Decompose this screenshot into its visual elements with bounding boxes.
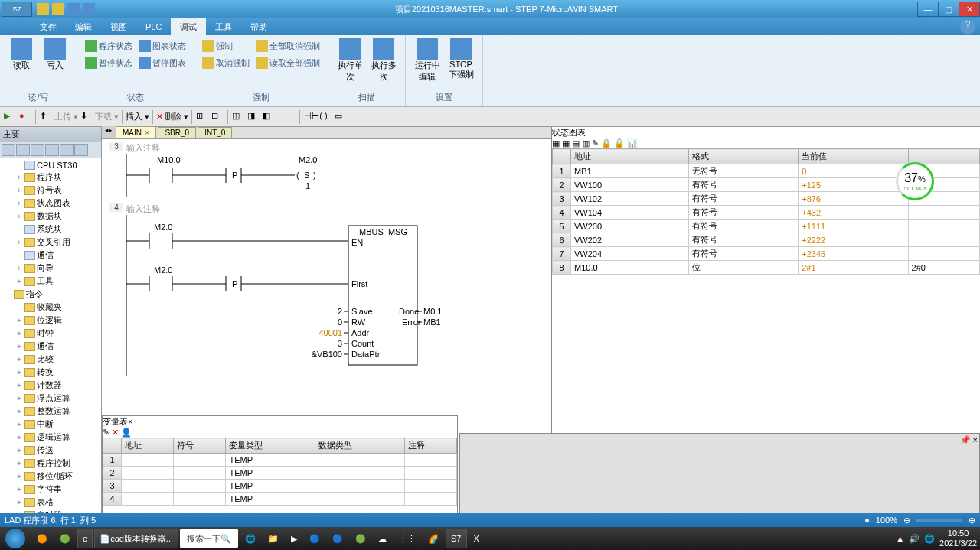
download-icon[interactable]: ⬇ bbox=[80, 110, 93, 124]
tool-icon[interactable]: ⊞ bbox=[195, 110, 209, 124]
tree-node[interactable]: +表格 bbox=[2, 496, 100, 509]
tool-icon[interactable]: ▥ bbox=[582, 138, 590, 148]
maximize-button[interactable]: ▢ bbox=[938, 2, 959, 17]
close-icon[interactable]: × bbox=[128, 417, 132, 426]
tree-node[interactable]: +中断 bbox=[2, 418, 100, 431]
tree-node[interactable]: 收藏夹 bbox=[2, 301, 100, 314]
ribbon-强制[interactable]: 强制 bbox=[201, 38, 251, 54]
ribbon-读取全部强制[interactable]: 读取全部强制 bbox=[254, 55, 322, 70]
ribbon-取消强制[interactable]: 取消强制 bbox=[201, 55, 251, 70]
tree-node[interactable]: +交叉引用 bbox=[2, 236, 100, 249]
system-tray[interactable]: ▲ 🔊 🌐 10:502021/3/22 bbox=[896, 529, 980, 548]
tree-node[interactable]: +移位/循环 bbox=[2, 470, 100, 483]
taskbar-ie[interactable]: e bbox=[77, 529, 93, 548]
new-icon[interactable] bbox=[37, 3, 49, 15]
lock-icon[interactable]: 🔒 bbox=[601, 138, 612, 148]
tray-icon[interactable]: ▲ bbox=[896, 534, 904, 543]
zoom-slider[interactable] bbox=[916, 519, 962, 522]
block-icon[interactable]: ▭ bbox=[334, 110, 348, 124]
pencil-icon[interactable]: ✎ bbox=[592, 138, 599, 148]
tree-tool-icon[interactable] bbox=[31, 144, 44, 156]
menu-plc[interactable]: PLC bbox=[136, 19, 171, 34]
tree-node[interactable]: +整数运算 bbox=[2, 405, 100, 418]
taskbar-excel-icon[interactable]: X bbox=[469, 529, 485, 548]
tab-SBR_0[interactable]: SBR_0 bbox=[158, 127, 196, 138]
tree-node[interactable]: −指令 bbox=[2, 288, 100, 301]
zoom-level[interactable]: 100% bbox=[876, 516, 897, 525]
tree-node[interactable]: +浮点运算 bbox=[2, 392, 100, 405]
pin-icon[interactable]: 📌 bbox=[960, 435, 971, 444]
search-box[interactable]: 搜索一下 🔍 bbox=[180, 529, 238, 548]
menu-file[interactable]: 文件 bbox=[31, 18, 66, 36]
tool-icon[interactable]: ⊟ bbox=[211, 110, 224, 124]
taskbar-step7-icon[interactable]: S7 bbox=[446, 529, 466, 548]
taskbar-app-icon[interactable]: 🔵 bbox=[304, 529, 325, 548]
taskbar-app-icon[interactable]: 🔵 bbox=[327, 529, 348, 548]
tree-node[interactable]: +符号表 bbox=[2, 184, 100, 197]
app-logo[interactable]: S7 bbox=[2, 2, 32, 17]
tool-icon[interactable]: ▦ bbox=[552, 138, 560, 148]
tray-icon[interactable]: 🔊 bbox=[909, 534, 920, 544]
ribbon-读取[interactable]: 读取 bbox=[6, 38, 37, 71]
tree-node[interactable]: +数据块 bbox=[2, 210, 100, 223]
menu-help[interactable]: 帮助 bbox=[241, 18, 276, 36]
taskbar-icon[interactable]: 🟠 bbox=[31, 529, 53, 548]
taskbar-chrome-icon[interactable]: 🌈 bbox=[423, 529, 444, 548]
ribbon-运行中编辑[interactable]: 运行中编辑 bbox=[412, 38, 443, 83]
save-icon[interactable] bbox=[67, 3, 80, 15]
menu-view[interactable]: 视图 bbox=[101, 18, 136, 36]
tab-close-icon[interactable]: × bbox=[145, 128, 149, 137]
tool-icon[interactable]: ✎ bbox=[103, 428, 109, 437]
print-icon[interactable] bbox=[83, 3, 95, 15]
tree-node[interactable]: +字符串 bbox=[2, 483, 100, 496]
tool-icon[interactable]: ◫ bbox=[231, 110, 245, 124]
ribbon-暂停状态[interactable]: 暂停状态 bbox=[83, 55, 134, 70]
zoom-in-icon[interactable]: ⊕ bbox=[969, 516, 975, 526]
taskbar-app-icon[interactable]: ☁ bbox=[373, 529, 392, 548]
tool-icon[interactable]: ▤ bbox=[572, 138, 580, 148]
taskbar-app-icon[interactable]: 🟢 bbox=[350, 529, 371, 548]
tool-icon[interactable]: ◨ bbox=[247, 110, 260, 124]
tool-icon[interactable]: 👤 bbox=[121, 428, 132, 437]
lock-icon[interactable]: 🔓 bbox=[614, 138, 625, 148]
tree-node[interactable]: +通信 bbox=[2, 340, 100, 353]
help-icon[interactable]: ? bbox=[960, 19, 975, 34]
tree-tool-icon[interactable] bbox=[45, 144, 59, 156]
tree-node[interactable]: +转换 bbox=[2, 366, 100, 379]
tree-node[interactable]: +向导 bbox=[2, 262, 100, 275]
tree-tool-icon[interactable] bbox=[74, 144, 88, 156]
menu-tools[interactable]: 工具 bbox=[206, 18, 241, 36]
menu-edit[interactable]: 编辑 bbox=[66, 18, 101, 36]
tree-node[interactable]: +工具 bbox=[2, 275, 100, 288]
ribbon-程序状态[interactable]: 程序状态 bbox=[83, 38, 134, 54]
insert-button[interactable]: 插入 ▾ bbox=[126, 111, 149, 122]
tree-node[interactable]: +程序控制 bbox=[2, 457, 100, 470]
ribbon-图表状态[interactable]: 图表状态 bbox=[137, 38, 188, 54]
taskbar-app-icon[interactable]: ▶ bbox=[286, 529, 302, 548]
delete-icon[interactable]: ✕ bbox=[112, 428, 119, 437]
tree-node[interactable]: +逻辑运算 bbox=[2, 431, 100, 444]
close-icon[interactable]: × bbox=[973, 435, 978, 444]
tree-node[interactable]: +位逻辑 bbox=[2, 314, 100, 327]
tree-tool-icon[interactable] bbox=[60, 144, 74, 156]
taskbar-ie-icon[interactable]: 🌐 bbox=[240, 529, 261, 548]
tree-node[interactable]: +程序块 bbox=[2, 171, 100, 184]
tree-node[interactable]: +计数器 bbox=[2, 379, 100, 392]
upload-icon[interactable]: ⬆ bbox=[39, 110, 53, 124]
tray-icon[interactable]: 🌐 bbox=[924, 534, 935, 544]
ribbon-执行单次[interactable]: 执行单次 bbox=[335, 38, 365, 83]
tree-node[interactable]: +传送 bbox=[2, 444, 100, 457]
taskbar-icon[interactable]: 🟢 bbox=[54, 529, 76, 548]
ribbon-全部取消强制[interactable]: 全部取消强制 bbox=[254, 38, 322, 54]
tree-node[interactable]: +比较 bbox=[2, 353, 100, 366]
tree-node[interactable]: +状态图表 bbox=[2, 197, 100, 210]
taskbar-explorer-icon[interactable]: 📁 bbox=[263, 529, 284, 548]
project-tree[interactable]: CPU ST30+程序块+符号表+状态图表+数据块系统块+交叉引用通信+向导+工… bbox=[0, 158, 101, 513]
tool-icon[interactable]: ▦ bbox=[562, 138, 570, 148]
ribbon-STOP 下强制[interactable]: STOP 下强制 bbox=[446, 38, 476, 80]
tree-node[interactable]: +时钟 bbox=[2, 327, 100, 340]
minimize-button[interactable]: — bbox=[917, 2, 939, 17]
ribbon-暂停图表[interactable]: 暂停图表 bbox=[137, 55, 188, 70]
taskbar-clock[interactable]: 10:502021/3/22 bbox=[939, 529, 977, 548]
contact-icon[interactable]: ⊣⊢ bbox=[303, 110, 317, 124]
